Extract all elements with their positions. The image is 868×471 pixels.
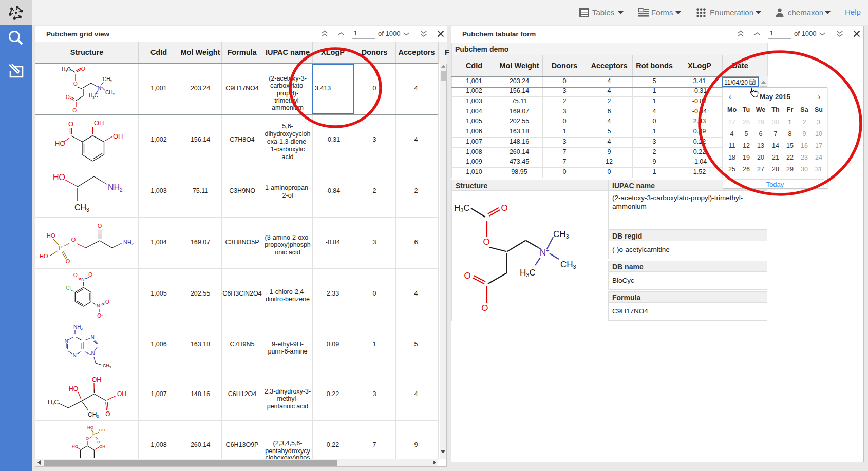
svg-text:H3C: H3C — [454, 203, 470, 213]
svg-text:O: O — [483, 237, 489, 247]
svg-text:CH3: CH3 — [553, 229, 569, 240]
svg-text:O: O — [464, 271, 470, 281]
svg-text:O: O — [501, 203, 507, 213]
svg-text:H3C: H3C — [520, 268, 536, 278]
svg-text:O−: O− — [481, 303, 492, 313]
svg-text:N+: N+ — [540, 247, 550, 258]
svg-text:CH3: CH3 — [560, 260, 576, 270]
